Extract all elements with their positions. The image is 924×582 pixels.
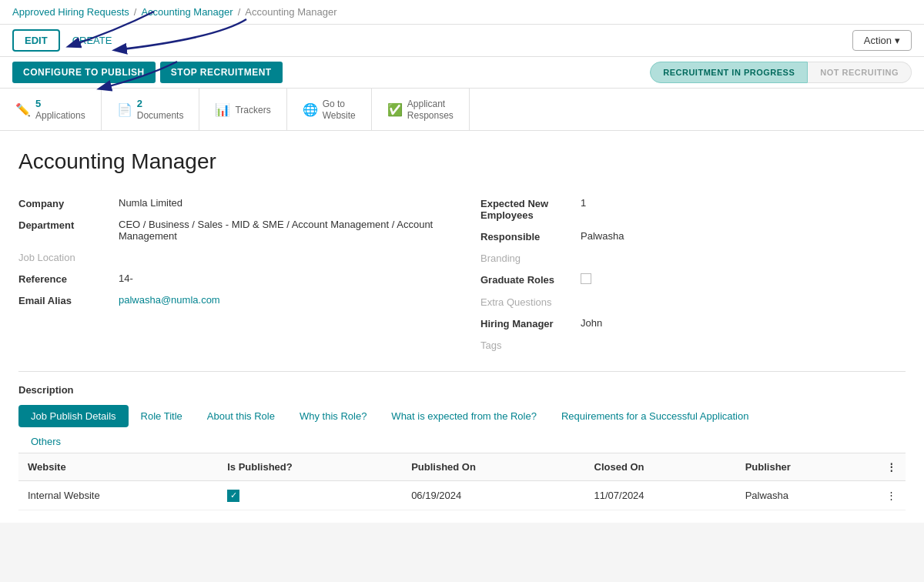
subtab-about-role[interactable]: About this Role	[195, 405, 287, 427]
left-fields: Company Numla Limited Department CEO / B…	[18, 192, 444, 356]
stop-recruitment-button[interactable]: STOP RECRUITMENT	[160, 62, 283, 83]
action-bar: CONFIGURE TO PUBLISH STOP RECRUITMENT RE…	[0, 57, 924, 89]
globe-icon: 🌐	[303, 102, 318, 117]
tab-website[interactable]: 🌐 Go toWebsite	[287, 89, 372, 130]
table-header-row: Website Is Published? Published On Close…	[18, 453, 906, 481]
email-alias-label: Email Alias	[18, 294, 119, 306]
field-tags: Tags	[480, 334, 906, 356]
job-title: Accounting Manager	[18, 149, 906, 174]
company-value: Numla Limited	[119, 197, 182, 209]
cell-is-published: ✓	[218, 481, 402, 510]
field-responsible: Responsible Palwasha	[480, 226, 906, 247]
trackers-label: Trackers	[235, 105, 270, 115]
document-icon: 📄	[117, 102, 132, 117]
email-alias-value: palwasha@numla.com	[119, 294, 220, 306]
right-fields: Expected NewEmployees 1 Responsible Palw…	[480, 192, 906, 356]
extra-questions-label: Extra Questions	[480, 296, 581, 308]
status-not-recruiting[interactable]: NOT RECRUITING	[808, 62, 912, 83]
page-wrapper: Approved Hiring Requests / Accounting Ma…	[0, 0, 924, 582]
tab-documents[interactable]: 📄 2 Documents	[102, 89, 200, 130]
sub-tabs: Job Publish Details Role Title About thi…	[18, 405, 906, 427]
subtab-why-role[interactable]: Why this Role?	[287, 405, 379, 427]
action-label: Action	[864, 35, 892, 46]
reference-value: 14-	[119, 273, 133, 284]
cell-publisher: Palwasha	[736, 481, 877, 510]
documents-count: 2	[137, 98, 142, 109]
chevron-down-icon: ▾	[895, 35, 900, 46]
status-in-progress[interactable]: RECRUITMENT IN PROGRESS	[650, 62, 808, 83]
field-branding: Branding	[480, 247, 906, 269]
field-job-location: Job Location	[18, 246, 444, 268]
documents-label: Documents	[137, 110, 184, 121]
cell-published-on: 06/19/2024	[402, 481, 584, 510]
cell-website: Internal Website	[18, 481, 218, 510]
status-bar: RECRUITMENT IN PROGRESS NOT RECRUITING	[650, 62, 912, 83]
configure-publish-button[interactable]: CONFIGURE TO PUBLISH	[12, 62, 156, 83]
col-is-published: Is Published?	[218, 453, 402, 481]
field-graduate-roles: Graduate Roles	[480, 269, 906, 291]
tab-trackers[interactable]: 📊 Trackers	[199, 89, 286, 130]
table-row: Internal Website ✓ 06/19/2024 11/07/2024…	[18, 481, 906, 510]
field-expected-employees: Expected NewEmployees 1	[480, 192, 906, 226]
graduate-roles-label: Graduate Roles	[480, 273, 581, 286]
subtab-expected[interactable]: What is expected from the Role?	[379, 405, 549, 427]
field-email-alias: Email Alias palwasha@numla.com	[18, 289, 444, 311]
hiring-manager-value: John	[581, 317, 602, 329]
col-closed-on: Closed On	[585, 453, 736, 481]
col-website: Website	[18, 453, 218, 481]
graduate-roles-checkbox[interactable]	[581, 273, 591, 284]
col-action: ⋮	[877, 453, 906, 481]
breadcrumb-link-approved[interactable]: Approved Hiring Requests	[12, 6, 129, 18]
subtab-job-publish-details[interactable]: Job Publish Details	[18, 405, 129, 427]
graduate-roles-value	[581, 273, 591, 286]
responsible-value: Palwasha	[581, 230, 624, 242]
checkmark-icon: ✅	[387, 102, 403, 117]
publish-table: Website Is Published? Published On Close…	[18, 453, 906, 510]
chart-icon: 📊	[215, 102, 230, 117]
field-extra-questions: Extra Questions	[480, 291, 906, 313]
company-label: Company	[18, 197, 119, 209]
tags-label: Tags	[480, 339, 581, 351]
field-reference: Reference 14-	[18, 268, 444, 289]
applicant-responses-label: ApplicantResponses	[407, 99, 454, 121]
action-button[interactable]: Action ▾	[852, 30, 912, 51]
applications-count: 5	[35, 98, 41, 109]
department-value: CEO / Business / Sales - MID & SME / Acc…	[119, 219, 444, 242]
description-section-label: Description	[18, 384, 906, 396]
toolbar: EDIT CREATE Action ▾	[0, 25, 924, 57]
tabs-nav: ✏️ 5 Applications 📄 2 Documents 📊 Tracke…	[0, 89, 924, 131]
tab-applications[interactable]: ✏️ 5 Applications	[0, 89, 102, 130]
row-menu-button[interactable]: ⋮	[877, 481, 906, 510]
subtab-requirements[interactable]: Requirements for a Successful Applicatio…	[549, 405, 762, 427]
published-checkbox: ✓	[227, 490, 239, 502]
fields-container: Company Numla Limited Department CEO / B…	[18, 192, 906, 356]
breadcrumb: Approved Hiring Requests / Accounting Ma…	[0, 0, 924, 25]
pencil-icon: ✏️	[15, 102, 31, 117]
sub-tabs-row2: Others	[18, 430, 906, 453]
col-published-on: Published On	[402, 453, 584, 481]
breadcrumb-sep2: /	[238, 6, 241, 18]
field-department: Department CEO / Business / Sales - MID …	[18, 214, 444, 246]
edit-button[interactable]: EDIT	[12, 29, 60, 52]
email-alias-link[interactable]: palwasha@numla.com	[119, 294, 220, 306]
toolbar-right: Action ▾	[852, 30, 912, 51]
breadcrumb-sep1: /	[134, 6, 137, 18]
field-company: Company Numla Limited	[18, 192, 444, 214]
job-location-label: Job Location	[18, 251, 119, 263]
expected-employees-value: 1	[581, 197, 586, 209]
section-divider	[18, 371, 906, 372]
hiring-manager-label: Hiring Manager	[480, 317, 581, 329]
department-label: Department	[18, 219, 119, 231]
subtab-others[interactable]: Others	[18, 430, 73, 453]
create-button[interactable]: CREATE	[66, 31, 119, 50]
breadcrumb-link-job[interactable]: Accounting Manager	[141, 6, 233, 18]
website-label: Go toWebsite	[323, 99, 356, 121]
subtab-role-title[interactable]: Role Title	[129, 405, 195, 427]
responsible-label: Responsible	[480, 230, 581, 242]
main-content: Accounting Manager Company Numla Limited…	[0, 131, 924, 523]
field-hiring-manager: Hiring Manager John	[480, 313, 906, 334]
expected-employees-label: Expected NewEmployees	[480, 197, 581, 221]
applications-label: Applications	[35, 110, 85, 121]
tab-applicant-responses[interactable]: ✅ ApplicantResponses	[372, 89, 470, 130]
col-publisher: Publisher	[736, 453, 877, 481]
